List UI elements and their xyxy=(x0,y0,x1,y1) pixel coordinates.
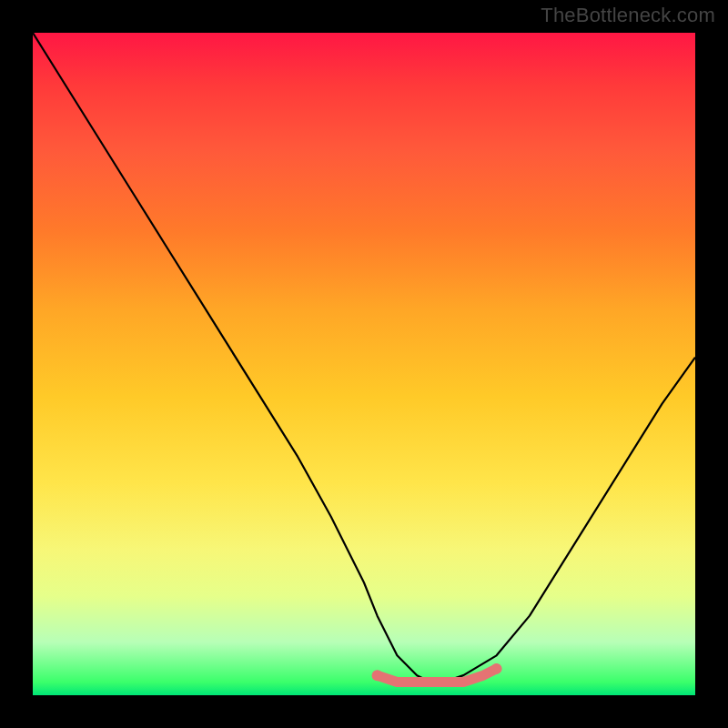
plot-area xyxy=(33,33,695,695)
highlight-endpoint xyxy=(372,670,383,681)
highlight-endpoint xyxy=(491,663,502,674)
series-group xyxy=(33,33,695,682)
bottleneck-curve-line xyxy=(33,33,695,682)
chart-svg xyxy=(33,33,695,695)
highlight-band-line xyxy=(378,669,497,682)
watermark-text: TheBottleneck.com xyxy=(541,4,715,27)
chart-container: TheBottleneck.com xyxy=(0,0,728,728)
